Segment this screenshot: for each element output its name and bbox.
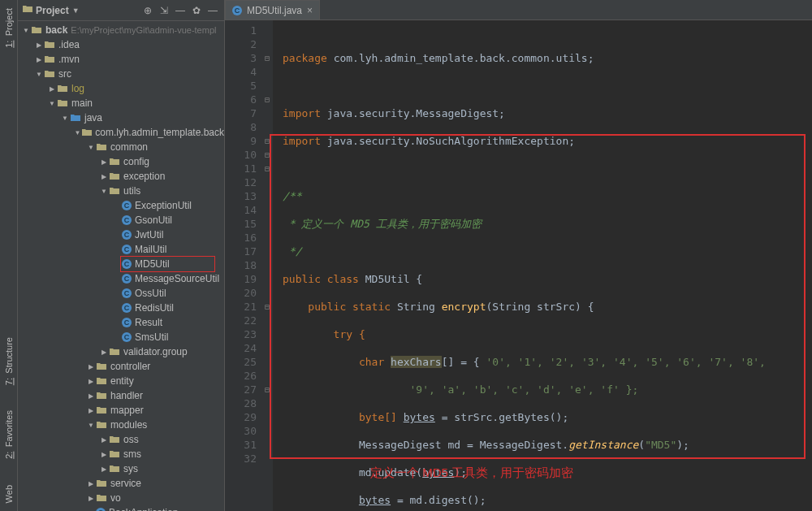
- tree-idea[interactable]: ▶.idea: [18, 37, 224, 52]
- tree-modules[interactable]: ▼modules: [18, 418, 224, 432]
- package-icon: [96, 478, 107, 489]
- class-icon: C: [122, 215, 132, 225]
- editor-area: C MD5Util.java × 12345678910111213141516…: [225, 0, 812, 511]
- class-icon: C: [122, 245, 132, 254]
- tree-OssUtil[interactable]: COssUtil: [18, 286, 224, 301]
- class-icon: C: [122, 274, 132, 284]
- gear-icon[interactable]: ✿: [190, 4, 203, 17]
- tree-root[interactable]: ▼backE:\myProject\myGit\admin-vue-templ: [18, 23, 224, 37]
- tab-filename: MD5Util.java: [247, 5, 302, 16]
- side-tab-project[interactable]: 1:Project: [4, 8, 14, 49]
- tree-pkg[interactable]: ▼com.lyh.admin_template.back: [18, 125, 224, 140]
- tree-vo[interactable]: ▶vo: [18, 491, 224, 505]
- tree-utils[interactable]: ▼utils: [18, 184, 224, 198]
- folder-icon: [31, 24, 42, 36]
- annotation-text: 定义一个 MD5 工具类，用于密码加密: [370, 466, 573, 479]
- tree-MessageSourceUtil[interactable]: CMessageSourceUtil: [18, 271, 224, 286]
- file-tab[interactable]: C MD5Util.java ×: [225, 0, 320, 19]
- collapse-icon[interactable]: —: [174, 4, 187, 17]
- panel-title: Project: [36, 5, 69, 16]
- tree-config[interactable]: ▶config: [18, 154, 224, 169]
- tree-oss[interactable]: ▶oss: [18, 432, 224, 447]
- package-icon: [109, 434, 120, 445]
- tree-mapper[interactable]: ▶mapper: [18, 403, 224, 418]
- tree-java[interactable]: ▼java: [18, 110, 224, 125]
- tree-sms[interactable]: ▶sms: [18, 447, 224, 461]
- side-tab-favorites[interactable]: 2:Favorites: [4, 410, 14, 460]
- folder-icon: [57, 83, 68, 94]
- class-icon: C: [122, 288, 132, 298]
- tree-RedisUtil[interactable]: CRedisUtil: [18, 301, 224, 315]
- project-panel: Project ▼ ⊕ ⇲ — ✿ — ▼backE:\myProject\my…: [18, 0, 225, 511]
- tree-handler[interactable]: ▶handler: [18, 388, 224, 403]
- package-icon: [96, 405, 107, 416]
- tree-ExceptionUtil[interactable]: CExceptionUtil: [18, 198, 224, 213]
- tree-GsonUtil[interactable]: CGsonUtil: [18, 213, 224, 227]
- tree-main[interactable]: ▼main: [18, 96, 224, 110]
- code-content[interactable]: package com.lyh.admin_template.back.comm…: [273, 20, 812, 511]
- class-icon: C: [122, 201, 132, 210]
- package-icon: [109, 463, 120, 474]
- class-icon: C: [122, 332, 132, 342]
- tree-Result[interactable]: CResult: [18, 315, 224, 330]
- line-gutter: 1234567891011121314151617181920212223242…: [225, 20, 261, 511]
- side-tab-structure[interactable]: 7:Structure: [4, 337, 14, 387]
- tree-controller[interactable]: ▶controller: [18, 359, 224, 374]
- package-icon: [109, 448, 120, 460]
- package-icon: [96, 375, 107, 387]
- tree-MD5Util[interactable]: CMD5Util: [18, 257, 224, 271]
- code-editor[interactable]: 1234567891011121314151617181920212223242…: [225, 20, 812, 511]
- class-icon: C: [122, 318, 132, 327]
- package-icon: [82, 127, 93, 138]
- source-folder-icon: [70, 112, 81, 123]
- class-icon: C: [96, 508, 106, 511]
- tree-mvn[interactable]: ▶.mvn: [18, 52, 224, 67]
- project-panel-header: Project ▼ ⊕ ⇲ — ✿ —: [18, 0, 224, 21]
- fold-gutter[interactable]: ⊟⊟⊟⊟⊟⊟⊟: [261, 20, 273, 511]
- tree-JwtUtil[interactable]: CJwtUtil: [18, 227, 224, 242]
- tree-exception[interactable]: ▶exception: [18, 169, 224, 184]
- tree-common[interactable]: ▼common: [18, 140, 224, 154]
- side-tab-bar: 1:Project 7:Structure 2:Favorites Web: [0, 0, 18, 511]
- package-icon: [109, 156, 120, 167]
- tree-log[interactable]: ▶log: [18, 81, 224, 96]
- tree-src[interactable]: ▼src: [18, 67, 224, 81]
- tree-MailUtil[interactable]: CMailUtil: [18, 242, 224, 257]
- project-tree[interactable]: ▼backE:\myProject\myGit\admin-vue-templ …: [18, 21, 224, 511]
- package-icon: [109, 171, 120, 182]
- tree-sys[interactable]: ▶sys: [18, 461, 224, 476]
- package-icon: [109, 185, 120, 197]
- class-icon: C: [122, 259, 132, 269]
- tree-SmsUtil[interactable]: CSmsUtil: [18, 330, 224, 344]
- package-icon: [96, 390, 107, 401]
- tree-service[interactable]: ▶service: [18, 476, 224, 491]
- editor-tab-bar: C MD5Util.java ×: [225, 0, 812, 20]
- package-icon: [96, 141, 107, 153]
- close-icon[interactable]: ×: [307, 5, 313, 16]
- folder-icon: [44, 54, 55, 65]
- package-icon: [109, 346, 120, 357]
- tree-entity[interactable]: ▶entity: [18, 374, 224, 388]
- panel-dropdown-icon[interactable]: ▼: [72, 6, 80, 15]
- folder-icon: [44, 68, 55, 80]
- project-icon: [23, 4, 32, 16]
- locate-icon[interactable]: ⊕: [141, 4, 154, 17]
- class-icon: C: [122, 303, 132, 313]
- side-tab-web[interactable]: Web: [4, 485, 14, 503]
- folder-icon: [44, 39, 55, 50]
- class-icon: C: [122, 230, 132, 240]
- class-icon: C: [232, 6, 242, 15]
- package-icon: [96, 419, 107, 431]
- tree-validator[interactable]: ▶validator.group: [18, 344, 224, 359]
- folder-icon: [57, 97, 68, 109]
- expand-icon[interactable]: ⇲: [158, 4, 171, 17]
- tree-BackApplication[interactable]: CBackApplication: [18, 505, 224, 511]
- package-icon: [96, 361, 107, 372]
- package-icon: [96, 492, 107, 504]
- hide-icon[interactable]: —: [206, 4, 219, 17]
